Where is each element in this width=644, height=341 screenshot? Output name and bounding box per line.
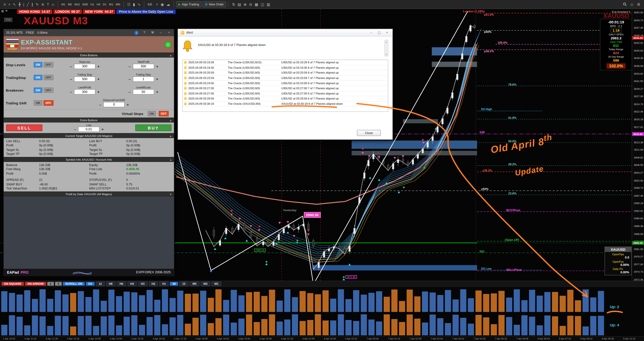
pencil-icon[interactable]: ✎ bbox=[34, 2, 40, 7]
close-button[interactable]: Close bbox=[357, 130, 381, 136]
value-field[interactable]: 500 bbox=[74, 76, 95, 82]
compile-icon[interactable]: ⚡ bbox=[154, 2, 160, 7]
cursor-icon[interactable]: ↖ bbox=[12, 2, 17, 7]
panel-button-2[interactable]: 2 bbox=[47, 282, 54, 286]
menu-icon[interactable]: ≡ bbox=[2, 2, 7, 7]
panel-button-dn-square[interactable]: DN SQUARE bbox=[2, 282, 24, 286]
sort-icon[interactable]: ⇅ bbox=[231, 2, 236, 7]
shapes-icon[interactable]: ▱ bbox=[50, 2, 56, 7]
timeframe-m1[interactable]: M1 bbox=[60, 2, 66, 6]
off-button[interactable]: OFF bbox=[43, 100, 53, 106]
tile-windows-icon[interactable]: ◫ bbox=[260, 2, 266, 7]
value-field[interactable]: 1 bbox=[132, 76, 154, 82]
value-field[interactable]: 0 bbox=[103, 102, 125, 107]
chart-area[interactable]: ▦ ⚑ HONG KONG14:37LONDON08:37NEW YORK04:… bbox=[0, 9, 644, 281]
section-profit-by-date[interactable]: Profit by Date XAUUSD (All Magics)▼ bbox=[4, 191, 174, 196]
section-extra-buttons[interactable]: Extra Buttons▲ bbox=[4, 52, 174, 57]
panel-button-h2[interactable]: H2 bbox=[148, 282, 158, 286]
timeframe-d1[interactable]: D1 bbox=[102, 2, 108, 6]
grid-icon[interactable]: ▦ bbox=[254, 2, 259, 7]
chart-grid-icon[interactable]: ▦ bbox=[1, 9, 4, 13]
lots-decrement-button[interactable]: – bbox=[73, 127, 77, 131]
price-scale[interactable]: 3052.003049.733047.453045.183042.913040.… bbox=[632, 9, 644, 281]
increment-button[interactable]: + bbox=[126, 103, 130, 107]
maximize-button[interactable]: ▢ bbox=[376, 30, 382, 35]
histogram-panel[interactable]: Up: 2 Up: 4 bbox=[0, 287, 644, 336]
alert-row[interactable]: 2025.04.09 03:30:18The Oracle (XAUUSD,M3… bbox=[183, 101, 388, 107]
decrement-button[interactable]: – bbox=[128, 64, 132, 68]
close-window-button[interactable]: × bbox=[384, 30, 390, 35]
panel-button-30[interactable]: 30 bbox=[170, 282, 178, 286]
alert-row[interactable]: 2025.04.09 03:29:56The Oracle (U30USD,M3… bbox=[183, 96, 388, 101]
alert-row[interactable]: 2025.04.09 03:27:00The Oracle (U30USD,M3… bbox=[183, 86, 388, 91]
settings-icon[interactable]: ⚙ bbox=[636, 2, 642, 7]
increment-button[interactable]: + bbox=[96, 77, 100, 81]
scroll-down-icon[interactable]: ▼ bbox=[385, 53, 388, 55]
on-button[interactable]: ON bbox=[34, 75, 42, 80]
zoom-in-icon[interactable]: ⊕ bbox=[242, 2, 248, 7]
panel-button-3[interactable]: 3 bbox=[55, 282, 62, 286]
timeframe-mn[interactable]: MN bbox=[114, 2, 121, 6]
panel-button-h4[interactable]: H4 bbox=[128, 282, 137, 286]
section-extra-buttons-2[interactable]: Extra Buttons▲ bbox=[4, 118, 174, 122]
increment-button[interactable]: + bbox=[96, 90, 100, 94]
minimize-button[interactable]: – bbox=[368, 30, 374, 35]
line-chart-icon[interactable]: ∿ bbox=[136, 2, 142, 7]
value-field[interactable]: 300 bbox=[74, 89, 95, 95]
panel-button-h8[interactable]: H8 bbox=[106, 282, 116, 286]
panel-button-dn-arrow[interactable]: DN ARROW bbox=[25, 282, 46, 286]
alert-row[interactable]: 2025.04.09 03:19:30The Oracle (U30USD,M3… bbox=[183, 65, 388, 70]
timeframe-h1[interactable]: H1 bbox=[89, 2, 95, 6]
increment-button[interactable]: + bbox=[155, 90, 159, 94]
scroll-up-icon[interactable]: ▲ bbox=[385, 41, 388, 43]
profile-icon[interactable]: ☺ bbox=[629, 2, 635, 7]
search-icon[interactable] bbox=[622, 2, 628, 6]
ide-button[interactable]: IDE bbox=[146, 2, 154, 6]
on-button[interactable]: ON bbox=[34, 88, 42, 93]
decrement-button[interactable]: – bbox=[69, 90, 73, 94]
bar-chart-icon[interactable]: ☷ bbox=[126, 2, 132, 7]
alert-history-list[interactable]: 2025.04.09 03:19:28The Oracle (U30USD,M1… bbox=[182, 60, 388, 112]
sell-button[interactable]: SELL bbox=[6, 125, 42, 131]
depth-of-market-icon[interactable]: ▤ bbox=[236, 2, 242, 7]
alert-row[interactable]: 2025.04.09 03:23:59The Oracle (U30USD,M3… bbox=[183, 76, 388, 81]
panel-button-m5[interactable]: M5 bbox=[190, 282, 199, 286]
close-icon[interactable]: × bbox=[166, 30, 171, 35]
zoom-out-icon[interactable]: ⊖ bbox=[248, 2, 254, 7]
off-button[interactable]: OFF bbox=[43, 75, 53, 80]
decrement-button[interactable]: – bbox=[69, 64, 73, 68]
timeframe-m15[interactable]: M15 bbox=[73, 2, 81, 6]
objects-list-icon[interactable]: ▥ bbox=[266, 2, 271, 7]
increment-button[interactable]: + bbox=[155, 64, 159, 68]
minimize-icon[interactable]: – bbox=[158, 30, 163, 35]
panel-button-m3[interactable]: M3 bbox=[200, 282, 210, 286]
candlestick-chart-icon[interactable]: ▮ bbox=[132, 2, 136, 7]
vertical-line-icon[interactable]: | bbox=[22, 2, 26, 7]
help-icon[interactable]: ? bbox=[142, 30, 147, 35]
alert-row[interactable]: 2025.04.09 03:27:00The Oracle (U30USD,M3… bbox=[183, 91, 388, 96]
fvg-badge[interactable]: FVG bbox=[4, 18, 12, 22]
alert-row[interactable]: 2025.04.09 03:20:59The Oracle (U30USD,M3… bbox=[183, 70, 388, 76]
timeframe-h4[interactable]: H4 bbox=[95, 2, 102, 6]
value-field[interactable]: 300 bbox=[74, 64, 95, 69]
value-field[interactable]: 300 bbox=[132, 64, 154, 69]
panel-button-15[interactable]: 15 bbox=[180, 282, 188, 286]
alert-dialog-titlebar[interactable]: Alert – ▢ × bbox=[178, 29, 392, 36]
buy-button[interactable]: BUY bbox=[135, 125, 172, 131]
lots-increment-button[interactable]: + bbox=[101, 127, 104, 131]
lots-value-field[interactable]: 0.01 bbox=[78, 127, 100, 132]
algo-trading-button[interactable]: ▶Algo Trading bbox=[176, 1, 202, 7]
increment-button[interactable]: + bbox=[96, 64, 100, 68]
timeframe-m5[interactable]: M5 bbox=[66, 2, 73, 6]
message-scrollbar[interactable]: ▲▼ bbox=[384, 40, 388, 56]
decrement-button[interactable]: – bbox=[69, 77, 73, 81]
panel-button-12[interactable]: 12 bbox=[96, 282, 105, 286]
virtual-stops-off-button[interactable]: OFF bbox=[159, 111, 169, 116]
trendline-icon[interactable]: ╱ bbox=[26, 2, 30, 7]
fibonacci-icon[interactable]: ≋ bbox=[40, 2, 46, 7]
alert-row[interactable]: 2025.04.09 03:19:28The Oracle (U30USD,M1… bbox=[183, 60, 388, 65]
new-order-button[interactable]: ⊞New Order bbox=[202, 1, 226, 7]
decrement-button[interactable]: – bbox=[128, 77, 132, 81]
channel-icon[interactable]: ∥ bbox=[30, 2, 34, 7]
alert-row[interactable]: 2025.04.09 03:24:00The Oracle (U30USD,M3… bbox=[183, 81, 388, 86]
